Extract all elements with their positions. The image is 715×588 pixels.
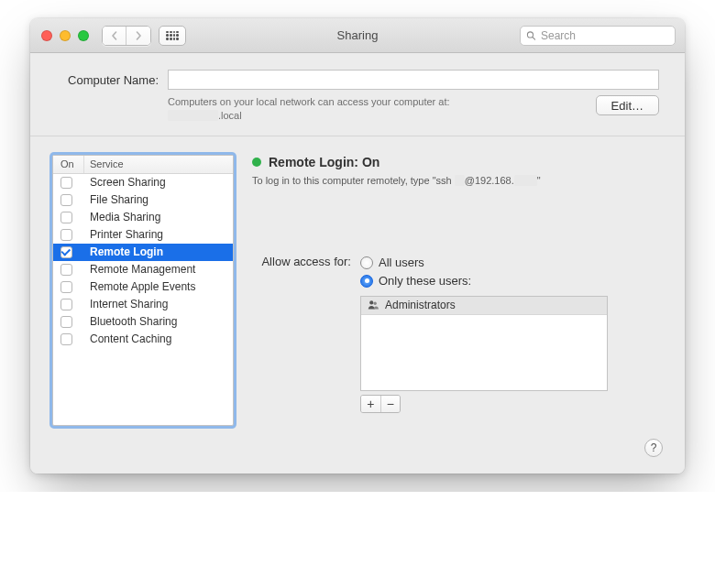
add-user-button[interactable]: + <box>361 396 381 412</box>
radio-only-these-users[interactable]: Only these users: <box>360 272 663 290</box>
service-row[interactable]: Remote Login <box>53 244 233 261</box>
zoom-window-button[interactable] <box>78 30 89 41</box>
status-text: Remote Login: On <box>269 155 380 169</box>
computer-name-label: Computer Name: <box>56 73 159 87</box>
column-header-on[interactable]: On <box>53 156 84 173</box>
remove-user-button[interactable]: − <box>381 396 401 412</box>
service-label: Bluetooth Sharing <box>84 315 233 328</box>
service-label: Remote Apple Events <box>84 280 233 293</box>
service-row[interactable]: Screen Sharing <box>53 174 233 191</box>
computer-name-input[interactable] <box>168 70 659 90</box>
service-checkbox[interactable] <box>60 299 72 310</box>
service-checkbox[interactable] <box>60 333 72 345</box>
service-row[interactable]: Remote Apple Events <box>53 278 233 296</box>
service-checkbox[interactable] <box>60 264 72 276</box>
svg-point-0 <box>527 31 533 37</box>
svg-line-1 <box>533 37 535 39</box>
help-button[interactable]: ? <box>644 439 663 457</box>
service-row[interactable]: Media Sharing <box>53 209 233 226</box>
user-label: Administrators <box>385 299 456 311</box>
service-label: Content Caching <box>84 332 233 345</box>
traffic-lights <box>41 30 89 41</box>
back-button[interactable] <box>103 27 126 45</box>
window-toolbar: Sharing <box>30 18 685 53</box>
nav-back-forward <box>102 26 151 46</box>
column-header-service[interactable]: Service <box>84 156 233 173</box>
computer-name-section: Computer Name: Computers on your local n… <box>30 53 685 136</box>
service-row[interactable]: Remote Management <box>53 261 233 278</box>
sharing-preferences-window: Sharing Computer Name: Computers on your… <box>30 18 685 474</box>
service-checkbox[interactable] <box>60 316 72 328</box>
service-label: Internet Sharing <box>84 298 233 310</box>
close-window-button[interactable] <box>41 30 52 41</box>
search-icon <box>526 30 536 40</box>
allow-access-label: Allow access for: <box>252 254 351 413</box>
search-field-wrap <box>520 26 676 46</box>
edit-hostname-button[interactable]: Edit… <box>596 95 659 115</box>
service-label: Printer Sharing <box>84 228 233 241</box>
forward-button[interactable] <box>126 27 150 45</box>
service-checkbox[interactable] <box>60 246 72 258</box>
service-row[interactable]: Bluetooth Sharing <box>53 313 233 331</box>
service-row[interactable]: Internet Sharing <box>53 296 233 313</box>
grid-icon <box>166 31 179 40</box>
service-label: Remote Management <box>84 263 233 276</box>
service-checkbox[interactable] <box>60 212 72 223</box>
service-label: Screen Sharing <box>84 176 233 189</box>
minimize-window-button[interactable] <box>60 30 71 41</box>
service-list[interactable]: On Service Screen SharingFile SharingMed… <box>52 155 234 426</box>
radio-icon <box>360 256 373 269</box>
chevron-right-icon <box>134 31 143 40</box>
service-row[interactable]: Content Caching <box>53 331 233 348</box>
show-all-prefs-button[interactable] <box>159 26 186 46</box>
service-checkbox[interactable] <box>60 229 72 241</box>
computer-name-hint: Computers on your local network can acce… <box>168 95 585 123</box>
chevron-left-icon <box>110 31 119 40</box>
service-detail-panel: Remote Login: On To log in to this compu… <box>252 155 663 426</box>
service-checkbox[interactable] <box>60 194 72 206</box>
service-label: Remote Login <box>84 245 233 258</box>
redacted-hostname: xxxxxxxxxx <box>168 110 218 121</box>
status-indicator-icon <box>252 158 261 167</box>
allowed-users-list[interactable]: Administrators <box>360 296 608 391</box>
radio-icon <box>360 275 373 288</box>
user-row[interactable]: Administrators <box>361 297 607 315</box>
svg-point-2 <box>369 300 373 304</box>
ssh-instruction: To log in to this computer remotely, typ… <box>252 175 663 186</box>
service-checkbox[interactable] <box>60 177 72 189</box>
radio-all-users[interactable]: All users <box>360 254 663 272</box>
add-remove-users: + − <box>360 395 401 413</box>
service-row[interactable]: Printer Sharing <box>53 226 233 244</box>
group-icon <box>367 299 380 311</box>
service-label: Media Sharing <box>84 211 233 223</box>
service-checkbox[interactable] <box>60 281 72 293</box>
svg-point-3 <box>374 302 377 305</box>
service-row[interactable]: File Sharing <box>53 191 233 209</box>
search-input[interactable] <box>520 26 676 46</box>
service-label: File Sharing <box>84 193 233 206</box>
